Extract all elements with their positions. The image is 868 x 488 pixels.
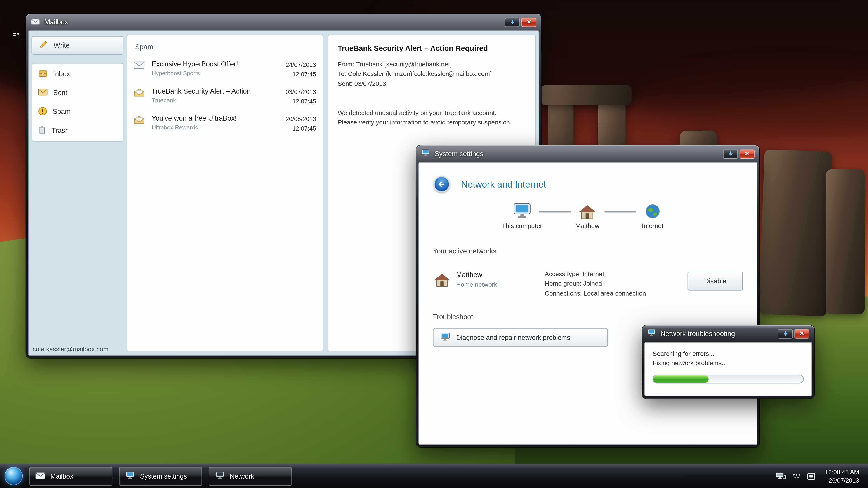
email-list-item[interactable]: You've won a free UltraBox! Ultrabox Rew… — [127, 111, 322, 138]
mailbox-taskbar-icon — [35, 472, 45, 481]
email-detail-sent: Sent: 03/07/2013 — [338, 79, 526, 88]
minimize-button[interactable] — [778, 329, 793, 338]
desktop-icon-label[interactable]: Ex — [12, 31, 20, 37]
start-button[interactable] — [4, 467, 23, 485]
minimize-button[interactable] — [723, 149, 738, 159]
notification-tray-icon[interactable] — [807, 472, 815, 480]
taskbar-button-network[interactable]: Network — [209, 467, 291, 486]
connections-value[interactable]: Connections: Local area connection — [545, 289, 646, 298]
taskbar: Mailbox System settings Network — [0, 464, 868, 488]
folder-label: Spam — [53, 108, 71, 116]
open-envelope-icon — [134, 89, 152, 99]
home-network-icon — [434, 273, 450, 289]
standing-stone — [759, 149, 832, 317]
folder-item-trash[interactable]: Trash — [32, 121, 123, 140]
network-map-node-internet[interactable]: Internet — [627, 201, 678, 229]
troubleshooter-window-title: Network troubleshooting — [660, 330, 735, 337]
standing-stone — [826, 169, 865, 314]
settings-window-title: System settings — [434, 150, 483, 158]
inbox-icon — [38, 69, 48, 79]
troubleshooter-titlebar[interactable]: Network troubleshooting ✕ — [642, 325, 814, 342]
trash-icon — [38, 125, 46, 136]
account-email: cole.kessler@mailbox.com — [33, 346, 108, 352]
troubleshoot-heading: Troubleshoot — [433, 313, 473, 321]
email-detail-from: From: Truebank [security@truebank.net] — [338, 60, 526, 69]
folder-label: Sent — [53, 89, 67, 97]
settings-titlebar[interactable]: System settings ✕ — [416, 145, 760, 162]
taskbar-button-mailbox[interactable]: Mailbox — [29, 467, 112, 486]
email-subject: You've won a free UltraBox! — [152, 115, 272, 122]
taskbar-clock[interactable]: 12:08:48 AM 26/07/2013 — [825, 468, 859, 484]
settings-app-icon — [421, 149, 430, 159]
email-date: 24/07/2013 — [272, 60, 316, 69]
folder-label: Trash — [52, 127, 69, 134]
taskbar-button-system-settings[interactable]: System settings — [119, 467, 202, 486]
window-controls: ✕ — [778, 329, 809, 338]
email-date: 20/05/2013 — [272, 115, 316, 124]
mail-list-panel: Spam Exclusive HyperBoost Offer! Hyperbo… — [127, 35, 323, 351]
house-icon — [562, 201, 613, 220]
desktop: Ex Mailbox ✕ Write — [0, 0, 868, 488]
active-networks-heading: Your active networks — [433, 248, 496, 255]
email-list-item[interactable]: Exclusive HyperBoost Offer! Hyperboost S… — [127, 57, 322, 84]
spam-warning-icon — [38, 106, 47, 117]
close-button[interactable]: ✕ — [522, 18, 536, 27]
window-controls: ✕ — [723, 149, 754, 159]
status-line-1: Searching for errors... — [653, 349, 804, 359]
disable-button[interactable]: Disable — [688, 271, 743, 290]
write-button-label: Write — [54, 41, 70, 49]
email-detail-to: To: Cole Kessler (krimzon)[cole.kessler@… — [338, 69, 526, 79]
input-indicator-tray-icon[interactable] — [792, 472, 801, 480]
clock-date: 26/07/2013 — [825, 476, 859, 484]
email-summary: TrueBank Security Alert – Action Trueban… — [152, 88, 272, 103]
sent-envelope-icon — [38, 89, 48, 97]
email-summary: You've won a free UltraBox! Ultrabox Rew… — [152, 115, 272, 131]
email-subject: Exclusive HyperBoost Offer! — [152, 60, 272, 68]
folder-label: Inbox — [53, 70, 70, 78]
network-map-label: This computer — [497, 222, 548, 229]
network-taskbar-icon — [215, 471, 225, 482]
network-map-node-computer[interactable]: This computer — [497, 201, 548, 229]
settings-taskbar-icon — [125, 471, 135, 482]
email-detail-subject: TrueBank Security Alert – Action Require… — [338, 44, 526, 53]
back-button[interactable] — [434, 176, 450, 193]
open-envelope-icon — [134, 116, 152, 126]
close-button[interactable]: ✕ — [794, 329, 809, 338]
network-tray-icon[interactable] — [776, 472, 786, 480]
email-time: 12:07:45 — [272, 69, 316, 78]
email-datetime: 24/07/2013 12:07:45 — [272, 60, 316, 78]
email-detail-body: We detected unusual activity on your Tru… — [338, 108, 516, 127]
globe-icon — [627, 201, 678, 220]
email-datetime: 03/07/2013 12:07:45 — [272, 88, 316, 106]
troubleshooter-app-icon — [647, 329, 656, 339]
email-time: 12:07:45 — [272, 96, 316, 105]
network-name-link[interactable]: Matthew — [456, 271, 483, 279]
troubleshooter-body: Searching for errors... Fixing network p… — [645, 342, 812, 396]
email-datetime: 20/05/2013 12:07:45 — [272, 115, 316, 133]
diagnose-button[interactable]: Diagnose and repair network problems — [433, 328, 608, 347]
email-list-item[interactable]: TrueBank Security Alert – Action Trueban… — [127, 84, 322, 111]
computer-icon — [497, 201, 548, 220]
email-sender: Ultrabox Rewards — [152, 124, 272, 131]
network-troubleshooting-window: Network troubleshooting ✕ Searching for … — [642, 325, 814, 398]
network-map-node-router[interactable]: Matthew — [562, 201, 613, 229]
close-icon: ✕ — [527, 20, 531, 25]
status-line-2: Fixing network problems... — [653, 359, 804, 368]
mailbox-titlebar[interactable]: Mailbox ✕ — [26, 14, 541, 30]
progress-fill — [653, 375, 709, 383]
mail-list-header: Spam — [127, 35, 322, 57]
close-button[interactable]: ✕ — [740, 149, 754, 159]
folder-item-spam[interactable]: Spam — [32, 102, 123, 121]
folder-item-sent[interactable]: Sent — [32, 84, 123, 102]
diagnose-icon — [439, 332, 451, 343]
network-map-label: Internet — [627, 222, 678, 229]
taskbar-button-label: System settings — [140, 472, 187, 480]
minimize-button[interactable] — [505, 18, 520, 27]
progress-bar — [653, 375, 804, 383]
email-sender: Hyperboost Sports — [152, 70, 272, 76]
clock-time: 12:08:48 AM — [825, 468, 859, 476]
page-title: Network and Internet — [461, 179, 546, 190]
close-icon: ✕ — [745, 151, 749, 157]
write-button[interactable]: Write — [32, 36, 124, 55]
folder-item-inbox[interactable]: Inbox — [32, 65, 123, 84]
